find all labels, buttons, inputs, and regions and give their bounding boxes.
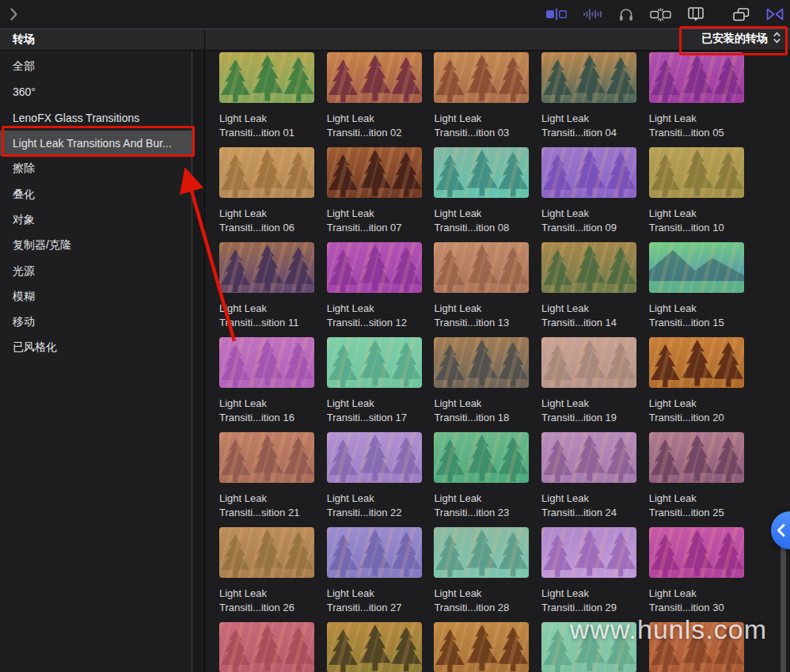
transition-thumbnail[interactable] bbox=[541, 52, 636, 103]
transition-thumbnail[interactable] bbox=[327, 242, 422, 293]
header-divider bbox=[204, 29, 205, 51]
transition-thumbnail[interactable] bbox=[649, 52, 744, 103]
transition-thumbnail[interactable] bbox=[541, 527, 636, 578]
transition-thumbnail[interactable] bbox=[219, 52, 314, 103]
transition-tile[interactable]: Light Leak Transiti...sition 17 bbox=[327, 337, 422, 432]
transition-name-line1: Light Leak bbox=[649, 207, 744, 221]
transition-thumbnail[interactable] bbox=[327, 432, 422, 483]
transition-tile[interactable] bbox=[327, 622, 422, 672]
transition-name-line2: Transiti...sition 21 bbox=[219, 506, 314, 520]
transition-thumbnail[interactable] bbox=[219, 147, 314, 198]
transition-name-line1: Light Leak bbox=[219, 397, 314, 411]
transition-tile[interactable]: Light Leak Transiti...ition 28 bbox=[434, 527, 529, 622]
sidebar-category-item[interactable]: 已风格化 bbox=[0, 335, 192, 360]
transition-thumbnail[interactable] bbox=[434, 432, 529, 483]
transition-thumbnail[interactable] bbox=[219, 242, 314, 293]
sidebar-category-item[interactable]: 移动 bbox=[0, 309, 192, 335]
transition-name-line1: Light Leak bbox=[434, 207, 529, 221]
transition-tile[interactable]: Light Leak Transiti...ition 15 bbox=[649, 242, 744, 337]
transition-tile[interactable]: Light Leak Transiti...ition 18 bbox=[434, 337, 529, 432]
transition-tile[interactable]: Light Leak Transiti...ition 20 bbox=[649, 337, 744, 432]
transition-tile[interactable]: Light Leak Transiti...ition 03 bbox=[434, 52, 529, 147]
transition-thumbnail[interactable] bbox=[541, 432, 636, 483]
sidebar-category-item[interactable]: 光源 bbox=[0, 258, 192, 283]
transition-name: Light Leak Transiti...ition 03 bbox=[434, 112, 529, 140]
transition-thumbnail[interactable] bbox=[434, 622, 529, 672]
transition-thumbnail[interactable] bbox=[327, 52, 422, 103]
transitions-grid-area: Light Leak Transiti...ition 01 Light Lea… bbox=[206, 51, 790, 672]
transition-tile[interactable]: Light Leak Transiti...ition 14 bbox=[541, 242, 636, 337]
sidebar-expand-chevron-icon[interactable] bbox=[10, 8, 17, 24]
pine-forest-art bbox=[327, 432, 422, 483]
transition-tile[interactable]: Light Leak Transiti...ition 04 bbox=[541, 52, 636, 147]
transition-thumbnail[interactable] bbox=[434, 147, 529, 198]
transition-thumbnail[interactable] bbox=[649, 147, 744, 198]
transition-tile[interactable]: Light Leak Transiti...ition 07 bbox=[327, 147, 422, 242]
sidebar-category-item[interactable]: Light Leak Transitions And Bur... bbox=[0, 131, 192, 156]
transition-thumbnail[interactable] bbox=[327, 337, 422, 388]
transition-name-line1: Light Leak bbox=[327, 112, 422, 126]
transition-tile[interactable]: Light Leak Transiti...ition 23 bbox=[434, 432, 529, 527]
sidebar-category-item[interactable]: 全部 bbox=[0, 54, 192, 79]
transition-tile[interactable]: Light Leak Transiti...ition 27 bbox=[327, 527, 422, 622]
audio-waveform-icon[interactable] bbox=[583, 8, 602, 21]
sidebar-category-item[interactable]: 复制器/克隆 bbox=[0, 233, 192, 258]
transition-tile[interactable]: Light Leak Transiti...ition 13 bbox=[434, 242, 529, 337]
transitions-browser-icon[interactable] bbox=[766, 8, 784, 21]
transition-thumbnail[interactable] bbox=[434, 527, 529, 578]
transition-tile[interactable]: Light Leak Transiti...sition 21 bbox=[219, 432, 314, 527]
transition-tile[interactable]: Light Leak Transiti...ition 22 bbox=[327, 432, 422, 527]
transition-thumbnail[interactable] bbox=[219, 337, 314, 388]
chevron-left-icon bbox=[777, 523, 785, 537]
transition-thumbnail[interactable] bbox=[649, 337, 744, 388]
transition-tile[interactable]: Light Leak Transiti...sition 12 bbox=[327, 242, 422, 337]
transition-tile[interactable]: Light Leak Transiti...sition 11 bbox=[219, 242, 314, 337]
transition-tile[interactable]: Light Leak Transiti...ition 24 bbox=[541, 432, 636, 527]
installed-transitions-popup[interactable]: 已安装的转场 bbox=[701, 32, 781, 46]
transition-thumbnail[interactable] bbox=[219, 622, 314, 672]
transition-thumbnail[interactable] bbox=[327, 622, 422, 672]
transition-tile[interactable]: Light Leak Transiti...ition 01 bbox=[219, 52, 314, 147]
transition-tile[interactable]: Light Leak Transiti...ition 05 bbox=[649, 52, 744, 147]
transition-thumbnail[interactable] bbox=[327, 527, 422, 578]
transition-tile[interactable]: Light Leak Transiti...ition 09 bbox=[541, 147, 636, 242]
transition-thumbnail[interactable] bbox=[219, 432, 314, 483]
transition-thumbnail[interactable] bbox=[649, 527, 744, 578]
transition-thumbnail[interactable] bbox=[649, 432, 744, 483]
transition-thumbnail[interactable] bbox=[541, 147, 636, 198]
sidebar-category-item[interactable]: 对象 bbox=[0, 207, 192, 233]
transition-tile[interactable]: Light Leak Transiti...ition 10 bbox=[649, 147, 744, 242]
sidebar-category-item[interactable]: 360° bbox=[0, 79, 192, 104]
transition-tile[interactable] bbox=[434, 622, 529, 672]
transition-tile[interactable]: Light Leak Transiti...ition 25 bbox=[649, 432, 744, 527]
transition-tile[interactable]: Light Leak Transiti...ition 16 bbox=[219, 337, 314, 432]
transition-thumbnail[interactable] bbox=[434, 52, 529, 103]
transition-thumbnail[interactable] bbox=[541, 337, 636, 388]
sidebar-category-item[interactable]: 叠化 bbox=[0, 181, 192, 207]
transition-thumbnail[interactable] bbox=[434, 242, 529, 293]
transition-name: Light Leak Transiti...ition 08 bbox=[434, 207, 529, 235]
transition-tile[interactable]: Light Leak Transiti...ition 29 bbox=[541, 527, 636, 622]
transition-tile[interactable]: Light Leak Transiti...ition 06 bbox=[219, 147, 314, 242]
headphones-icon[interactable] bbox=[619, 8, 633, 21]
titles-browser-icon[interactable] bbox=[733, 8, 750, 21]
effects-browser-icon[interactable] bbox=[650, 8, 671, 21]
pine-forest-art bbox=[649, 527, 744, 578]
transition-thumbnail[interactable] bbox=[649, 242, 744, 293]
sidebar-category-item[interactable]: LenoFX Glass Transitions bbox=[0, 105, 192, 131]
transition-tile[interactable]: Light Leak Transiti...ition 30 bbox=[649, 527, 744, 622]
transition-thumbnail[interactable] bbox=[327, 147, 422, 198]
transition-tile[interactable]: Light Leak Transiti...ition 08 bbox=[434, 147, 529, 242]
sidebar-category-item[interactable]: 模糊 bbox=[0, 284, 192, 309]
popup-label: 已安装的转场 bbox=[701, 32, 768, 46]
media-browser-icon[interactable] bbox=[688, 7, 704, 21]
clips-browser-icon[interactable] bbox=[546, 8, 567, 21]
transition-tile[interactable]: Light Leak Transiti...ition 19 bbox=[541, 337, 636, 432]
transition-thumbnail[interactable] bbox=[434, 337, 529, 388]
transition-tile[interactable]: Light Leak Transiti...ition 26 bbox=[219, 527, 314, 622]
transition-thumbnail[interactable] bbox=[219, 527, 314, 578]
sidebar-category-item[interactable]: 擦除 bbox=[0, 156, 192, 181]
transition-tile[interactable] bbox=[219, 622, 314, 672]
transition-thumbnail[interactable] bbox=[541, 242, 636, 293]
transition-tile[interactable]: Light Leak Transiti...ition 02 bbox=[327, 52, 422, 147]
